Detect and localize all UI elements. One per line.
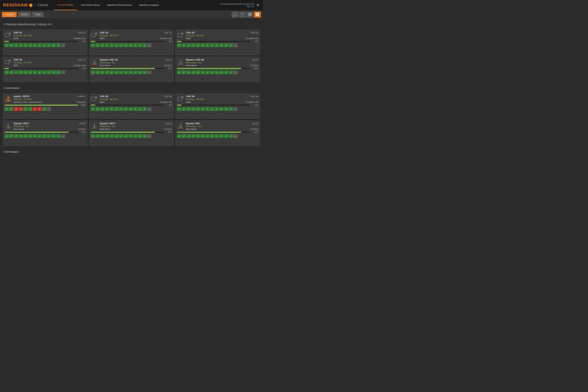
indicator-more[interactable]: ...	[147, 134, 152, 138]
progress-bar-fill	[177, 132, 241, 133]
expand-button[interactable]: ⌄	[216, 139, 218, 142]
expand-button[interactable]: ⌄	[216, 75, 218, 78]
expand-button[interactable]: ⌄	[44, 112, 46, 114]
machine-card: CNC-04 CNC 04 Running - 06h 23m 8000 17s…	[3, 57, 88, 82]
svg-rect-30	[9, 61, 11, 62]
progress-bar-fill	[91, 132, 155, 133]
machine-value1: Surface_Finish_Measurement	[14, 101, 42, 103]
progress-percent: 87%	[80, 131, 86, 133]
machine-card: CNC-05 CNC 05 Running - 06h 23m 8000 17s…	[89, 93, 174, 119]
progress-bar-fill	[177, 68, 241, 69]
device-button[interactable]: Device	[18, 12, 31, 17]
location-button[interactable]: Location	[2, 12, 17, 17]
indicator-check: ✓	[105, 107, 109, 111]
indicator-check: ✓	[47, 43, 51, 47]
indicator-check: ✓	[38, 134, 42, 138]
svg-rect-0	[248, 13, 252, 14]
indicator-check: ✓	[133, 70, 138, 74]
indicator-check: ✓	[114, 134, 118, 138]
machine-type: EQ 04	[166, 122, 172, 125]
indicator-check: ✓	[100, 43, 104, 47]
indicator-more[interactable]: ...	[234, 134, 238, 138]
machine-status: Running - 06h 23m	[100, 98, 172, 100]
progress-bar-bg	[177, 132, 251, 133]
svg-rect-10	[6, 37, 7, 38]
list-view-btn[interactable]	[246, 12, 253, 18]
indicator-check: ✓	[14, 134, 18, 138]
indicator-check: ✓	[196, 107, 200, 111]
indicator-check: ✓	[33, 43, 37, 47]
machine-icon	[4, 31, 12, 39]
machine-card: Equator CNC-01 EQ 02 Measuring - 41s Bli…	[89, 57, 174, 82]
indicator-check: ✓	[42, 43, 46, 47]
indicator-more[interactable]: ...	[61, 43, 65, 47]
grid-view-btn[interactable]	[254, 12, 261, 18]
expand-button[interactable]: ⌄	[216, 48, 218, 51]
indicator-check: ✓	[142, 107, 147, 111]
chevron-down-view-btn[interactable]: ⌄	[232, 12, 238, 18]
machine-data-row: 8000 17s/04m 44s	[100, 101, 172, 103]
tab-job-performance[interactable]: Job Performance	[77, 0, 104, 10]
expand-button[interactable]: ⌄	[130, 139, 132, 142]
indicator-check: ✓	[96, 107, 100, 111]
expand-button[interactable]: ⌄	[44, 48, 46, 51]
indicator-check: ✓	[128, 70, 133, 74]
indicator-more[interactable]: ...	[234, 70, 238, 74]
logo-central: Central	[36, 3, 48, 7]
indicator-more[interactable]: ...	[147, 70, 152, 74]
expand-button[interactable]: ⌄	[130, 48, 132, 51]
machine-value1: 8000	[186, 101, 191, 103]
expand-button[interactable]: ⌄	[44, 75, 46, 78]
progress-percent: 6%	[80, 40, 86, 42]
machine-value2: 17s/04m 44s	[246, 101, 258, 103]
machine-status: Measuring - 41s	[100, 61, 172, 64]
svg-point-50	[8, 100, 9, 101]
expand-row: ⌄	[177, 74, 258, 78]
logo-area: RENISHAW🔶 Central	[3, 2, 48, 8]
indicator-check: ✓	[210, 134, 214, 138]
indicator-more[interactable]: ...	[234, 107, 238, 111]
gear-icon[interactable]: ⚙	[256, 3, 260, 7]
svg-rect-4	[258, 13, 259, 14]
machine-name: CNC-01	[14, 31, 22, 34]
indicator-check: ✓	[14, 43, 18, 47]
expand-button[interactable]: ⌄	[130, 112, 132, 114]
progress-percent: 87%	[252, 68, 258, 70]
progress-container: 100%	[4, 104, 86, 106]
chevron-up-view-btn[interactable]: ⌃	[239, 12, 246, 18]
expand-row: ⌄	[91, 74, 172, 78]
indicator-check: ✓	[219, 107, 224, 111]
indicator-more[interactable]: ...	[147, 107, 152, 111]
indicator-more[interactable]: ...	[234, 43, 238, 47]
indicator-check: ✓	[105, 134, 109, 138]
tab-machine-performance[interactable]: Machine Performance	[104, 0, 136, 10]
sign-out-link[interactable]: Sign out	[220, 5, 254, 8]
indicator-check: ✓	[110, 134, 114, 138]
expand-button[interactable]: ⌄	[130, 75, 132, 78]
machine-info: Agility - REVO CMM 01 Running - 06h 34m …	[14, 95, 86, 103]
indicator-check: ✓	[4, 70, 9, 74]
indicator-check: ✓	[28, 134, 32, 138]
indicator-more[interactable]: ...	[47, 107, 51, 111]
tab-current-status[interactable]: Current Status	[54, 0, 77, 10]
progress-bar-bg	[4, 105, 78, 106]
tab-machine-analysis[interactable]: Machine Analysis	[136, 0, 162, 10]
indicator-more[interactable]: ...	[61, 134, 65, 138]
svg-rect-25	[180, 37, 181, 38]
machine-status: Measuring - 41s	[100, 125, 172, 128]
machine-value2: 17s/04m 44s	[160, 37, 172, 40]
expand-button[interactable]: ⌄	[216, 112, 218, 114]
machine-status: Running - 06h 23m	[14, 34, 86, 37]
indicator-more[interactable]: ...	[147, 43, 152, 47]
indicator-check: ✓	[119, 134, 123, 138]
indicator-check: ✓	[229, 43, 233, 47]
indicator-check: ✓	[177, 134, 181, 138]
svg-rect-64	[180, 101, 181, 102]
indicator-more[interactable]: ...	[61, 70, 65, 74]
svg-point-70	[8, 127, 9, 128]
machine-name-row: Agility - REVO CMM 01	[14, 95, 86, 98]
state-button[interactable]: State	[32, 12, 44, 17]
expand-button[interactable]: ⌄	[44, 139, 46, 142]
svg-rect-3	[256, 13, 257, 14]
machine-type: CNC 04	[78, 58, 86, 61]
